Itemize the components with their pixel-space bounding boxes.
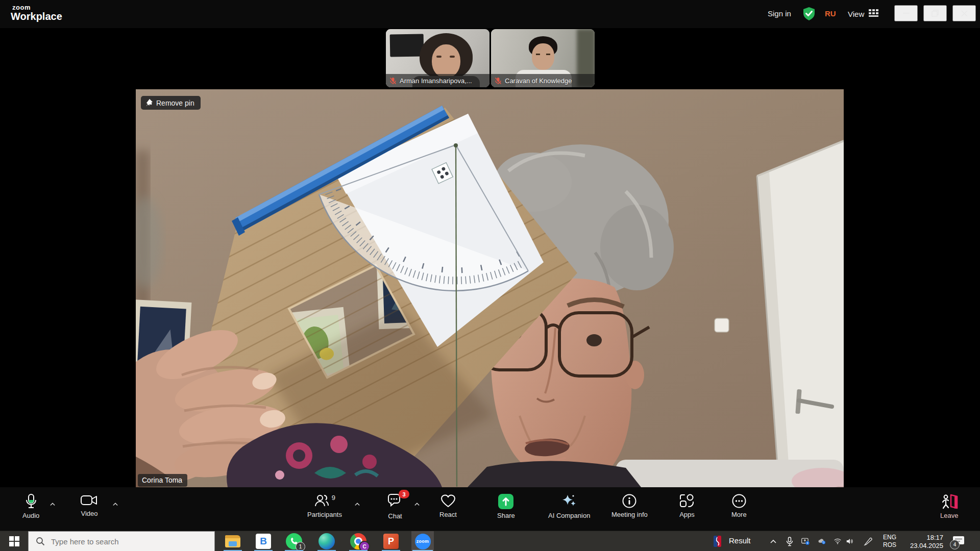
more-button[interactable]: More <box>728 493 750 519</box>
participants-count: 9 <box>332 494 335 502</box>
interpretation-language-badge[interactable]: RU <box>822 9 839 18</box>
video-options-chevron[interactable] <box>110 499 121 509</box>
more-icon <box>732 494 746 508</box>
view-button[interactable]: View <box>845 9 881 19</box>
thumb2-name-bar: Caravan of Knowledge <box>491 74 595 87</box>
minimize-button[interactable] <box>894 5 918 21</box>
participant-name: Arman Imansharipova,... <box>400 77 472 85</box>
remove-pin-label: Remove pin <box>156 99 194 107</box>
remove-pin-button[interactable]: Remove pin <box>141 96 201 110</box>
video-label: Video <box>81 510 97 517</box>
tray-language-switcher[interactable]: ENG ROS <box>880 533 899 549</box>
action-center-button[interactable]: 4 <box>948 531 969 551</box>
start-button[interactable] <box>3 531 26 551</box>
video-filmstrip: Arman Imansharipova,... Caravan of Knowl… <box>386 29 595 88</box>
participants-icon <box>314 494 329 508</box>
tray-wifi-icon[interactable] <box>831 531 844 551</box>
participants-button[interactable]: 9 Participants <box>304 493 345 519</box>
tray-microphone-icon[interactable] <box>783 531 796 551</box>
react-button[interactable]: React <box>436 493 460 519</box>
share-button[interactable]: Share <box>494 493 518 520</box>
taskbar-edge[interactable] <box>315 531 338 551</box>
leave-label: Leave <box>940 512 958 519</box>
language-secondary: ROS <box>883 541 896 549</box>
thumb1-eye <box>450 56 455 58</box>
participant-tile-caravan[interactable]: Caravan of Knowledge <box>491 29 595 87</box>
active-speaker-label: Corina Toma <box>138 474 187 487</box>
ai-companion-button[interactable]: AI Companion <box>545 493 593 520</box>
chrome-badge: C <box>359 541 370 551</box>
powerpoint-icon: P <box>383 534 399 549</box>
taskbar-b-app[interactable]: B <box>252 531 275 551</box>
thumb1-tv <box>390 34 424 57</box>
taskbar-zoom-active[interactable]: zoom <box>411 531 434 551</box>
zoom-app-icon: zoom <box>415 534 431 549</box>
file-explorer-icon <box>225 535 240 547</box>
pinned-video-scene <box>136 89 844 487</box>
tray-pen-icon[interactable] <box>861 531 876 551</box>
windows-taskbar: B 1 C P zoom <box>0 531 980 551</box>
participant-tile-arman[interactable]: Arman Imansharipova,... <box>386 29 489 87</box>
whatsapp-icon: 1 <box>286 533 302 549</box>
taskbar-search[interactable] <box>28 531 215 551</box>
thumb1-eye <box>436 56 442 58</box>
tray-screenshare-icon[interactable] <box>798 531 813 551</box>
audio-button[interactable]: Audio <box>19 493 42 520</box>
taskbar-whatsapp[interactable]: 1 <box>283 531 305 551</box>
taskbar-file-explorer[interactable] <box>222 531 244 551</box>
clock-time: 18:17 <box>902 534 943 542</box>
participants-chevron[interactable] <box>352 499 363 509</box>
participants-label: Participants <box>307 511 342 518</box>
sign-in-button[interactable]: Sign in <box>765 9 794 18</box>
gallery-view-icon <box>869 9 878 19</box>
tray-speaker-icon[interactable] <box>843 531 856 551</box>
search-input[interactable] <box>50 537 195 546</box>
tray-clock[interactable]: 18:17 23.04.2025 <box>899 533 946 550</box>
nba-tray-icon[interactable] <box>714 536 721 549</box>
view-label: View <box>848 10 864 18</box>
chrome-icon: C <box>350 533 366 549</box>
apps-icon <box>679 494 695 508</box>
chat-label: Chat <box>388 512 402 520</box>
chat-badge: 3 <box>399 490 409 498</box>
b-app-icon: B <box>256 534 271 549</box>
active-speaker-name: Corina Toma <box>142 476 182 484</box>
tray-show-hidden-chevron[interactable] <box>767 531 780 551</box>
clock-date: 23.04.2025 <box>902 542 943 550</box>
pin-icon <box>145 99 153 107</box>
security-shield-icon[interactable] <box>802 7 816 23</box>
video-button[interactable]: Video <box>78 493 101 518</box>
more-label: More <box>731 511 747 518</box>
apps-label: Apps <box>679 511 695 518</box>
ai-companion-icon <box>561 494 577 509</box>
share-screen-icon <box>498 494 513 509</box>
meeting-info-button[interactable]: Meeting info <box>608 493 651 519</box>
minimize-icon <box>903 13 910 14</box>
leave-button[interactable]: Leave <box>937 493 961 520</box>
thumb2-eye <box>536 54 540 55</box>
zoom-title-bar: zoom Workplace Sign in RU View <box>0 0 980 28</box>
leave-icon <box>941 494 958 509</box>
zoom-logo: zoom <box>12 4 31 11</box>
close-button[interactable] <box>952 5 976 21</box>
microphone-icon <box>24 494 38 509</box>
thumb1-face <box>432 44 460 78</box>
workplace-logo: Workplace <box>11 11 62 22</box>
audio-label: Audio <box>22 512 39 519</box>
result-window-label[interactable]: Result <box>729 536 751 545</box>
heart-icon <box>440 494 456 508</box>
close-icon <box>961 10 968 17</box>
chat-button[interactable]: 3 Chat <box>384 493 406 520</box>
taskbar-chrome[interactable]: C <box>347 531 370 551</box>
restore-button[interactable] <box>923 5 947 21</box>
taskbar-powerpoint[interactable]: P <box>380 531 402 551</box>
tray-onedrive-cloud-icon[interactable] <box>815 531 829 551</box>
audio-options-chevron[interactable] <box>47 499 58 509</box>
apps-button[interactable]: Apps <box>676 493 698 519</box>
share-label: Share <box>497 512 515 519</box>
plumb-knot <box>454 143 458 147</box>
language-primary: ENG <box>883 534 896 541</box>
thumb2-eye <box>546 54 550 55</box>
chat-chevron[interactable] <box>411 499 423 509</box>
meeting-toolbar: Audio Video 9 Participants <box>0 487 980 531</box>
